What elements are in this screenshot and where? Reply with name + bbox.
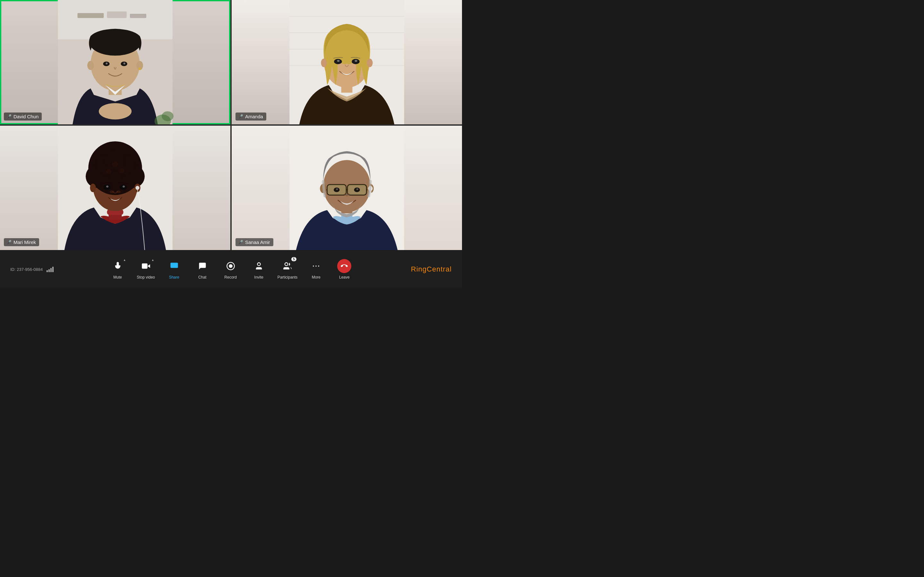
mic-icon-sanaa: 🎤: [238, 240, 243, 245]
leave-button[interactable]: Leave: [334, 259, 354, 279]
avatar-amanda: [232, 0, 462, 124]
stop-video-button[interactable]: ▲ Stop video: [136, 259, 156, 279]
svg-point-53: [116, 190, 121, 193]
leave-icon-bg: [337, 259, 351, 273]
phone-icon: [341, 263, 348, 269]
mic-icon-david: 🎤: [6, 114, 11, 119]
video-content-amanda: [232, 0, 462, 124]
stop-video-icon-container: ▲: [139, 259, 153, 273]
mic-icon-mari: 🎤: [6, 240, 11, 245]
svg-point-51: [123, 185, 125, 187]
toolbar-right: RingCentral: [401, 265, 452, 274]
invite-label: Invite: [254, 275, 263, 279]
svg-point-52: [110, 190, 114, 193]
chat-icon: [198, 261, 207, 271]
invite-icon: [254, 261, 263, 271]
chat-button[interactable]: Chat: [193, 259, 212, 279]
name-text-david: David Chun: [13, 114, 39, 119]
share-label: Share: [169, 275, 179, 279]
mic-icon-amanda: 🎤: [238, 114, 243, 119]
mute-icon-container: ▲: [111, 259, 125, 273]
svg-point-86: [318, 266, 320, 267]
brand-central: Central: [427, 265, 452, 273]
brand-ring: Ri: [411, 265, 418, 273]
signal-bars: [47, 267, 53, 272]
toolbar: ID: 237-956-0884 ▲ Mute ▲: [0, 250, 462, 288]
mute-chevron: ▲: [123, 258, 126, 261]
svg-point-47: [112, 161, 118, 167]
chat-label: Chat: [198, 275, 206, 279]
toolbar-center: ▲ Mute ▲ Stop video: [108, 259, 354, 279]
svg-point-33: [321, 59, 326, 67]
brand-ring-accent: ng: [418, 265, 427, 273]
share-button[interactable]: Share: [165, 259, 184, 279]
video-content-mari: [0, 126, 230, 250]
svg-point-16: [138, 67, 141, 70]
svg-point-56: [136, 186, 139, 190]
share-icon-container: [167, 259, 181, 273]
participants-label: Participants: [278, 275, 298, 279]
stop-video-chevron: ▲: [152, 258, 154, 261]
invite-icon-container: [252, 259, 266, 273]
participants-badge: 5: [291, 257, 296, 261]
participants-button[interactable]: 5 Participants: [278, 259, 298, 279]
svg-point-85: [316, 266, 317, 267]
svg-point-31: [337, 60, 339, 62]
name-text-amanda: Amanda: [245, 114, 263, 119]
bar-3: [50, 268, 52, 272]
svg-point-12: [105, 63, 107, 64]
svg-point-84: [313, 266, 314, 267]
video-tile-mari: 🎤 Mari Mirek: [0, 126, 230, 250]
video-tile-david: 🎤 David Chun: [0, 0, 230, 124]
avatar-david: [0, 0, 230, 124]
video-content-david: [0, 0, 230, 124]
leave-icon-container: [337, 259, 351, 273]
svg-point-70: [336, 189, 338, 190]
video-tile-sanaa: 🎤 Sanaa Amir: [232, 126, 462, 250]
record-label: Record: [224, 275, 237, 279]
name-label-amanda: 🎤 Amanda: [236, 113, 266, 121]
svg-point-19: [115, 106, 128, 118]
svg-rect-3: [107, 11, 126, 18]
meeting-id: ID: 237-956-0884: [10, 267, 43, 272]
svg-rect-2: [78, 13, 104, 18]
bar-4: [52, 267, 53, 272]
bar-1: [47, 270, 48, 272]
share-icon: [170, 261, 179, 271]
svg-point-13: [124, 63, 126, 64]
record-icon-container: [224, 259, 238, 273]
name-text-sanaa: Sanaa Amir: [245, 239, 270, 245]
svg-rect-4: [130, 14, 146, 18]
avatar-sanaa: [232, 126, 462, 250]
toolbar-left: ID: 237-956-0884: [10, 267, 61, 272]
svg-point-79: [229, 264, 233, 268]
name-label-mari: 🎤 Mari Mirek: [4, 238, 39, 246]
more-label: More: [312, 275, 320, 279]
chat-icon-container: [195, 259, 210, 273]
video-content-sanaa: [232, 126, 462, 250]
video-tile-amanda: 🎤 Amanda: [232, 0, 462, 124]
stop-video-label: Stop video: [137, 275, 155, 279]
record-button[interactable]: Record: [221, 259, 240, 279]
svg-point-46: [119, 168, 124, 173]
name-label-sanaa: 🎤 Sanaa Amir: [236, 238, 273, 246]
svg-point-14: [87, 61, 94, 70]
participants-icon: [283, 261, 292, 271]
svg-point-45: [106, 169, 111, 174]
svg-point-21: [162, 111, 174, 121]
more-icon-container: [309, 259, 323, 273]
svg-point-83: [285, 263, 288, 266]
svg-point-71: [357, 189, 359, 190]
invite-button[interactable]: Invite: [249, 259, 268, 279]
svg-point-18: [102, 106, 115, 118]
svg-point-50: [106, 185, 108, 187]
microphone-icon: [113, 261, 122, 271]
brand-logo: RingCentral: [411, 265, 452, 274]
more-button[interactable]: More: [306, 259, 326, 279]
mute-button[interactable]: ▲ Mute: [108, 259, 128, 279]
svg-point-34: [367, 59, 373, 67]
name-text-mari: Mari Mirek: [13, 239, 36, 245]
more-icon: [312, 261, 320, 271]
video-grid: 🎤 David Chun: [0, 0, 462, 250]
svg-point-54: [90, 184, 95, 192]
